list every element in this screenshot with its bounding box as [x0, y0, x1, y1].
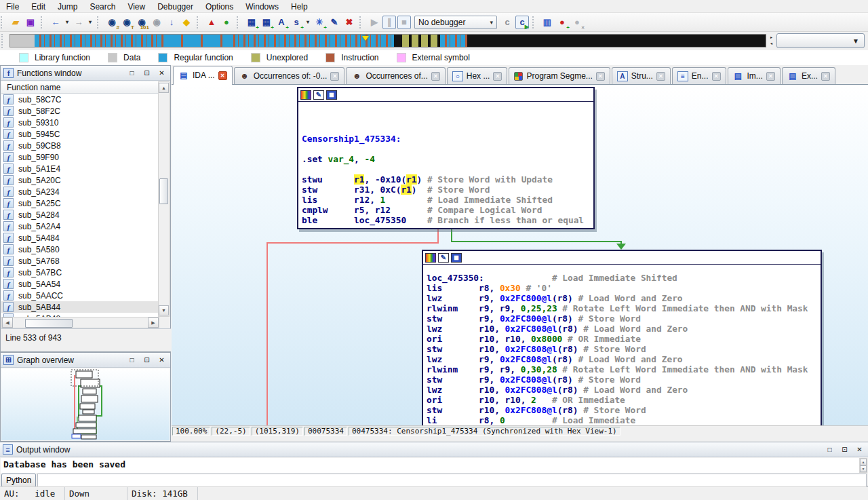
- navband-segment-black[interactable]: [394, 35, 402, 47]
- toolbar-grip[interactable]: [532, 16, 536, 28]
- function-row-sub_5AA54[interactable]: fsub_5AA54: [1, 278, 159, 290]
- edit-icon[interactable]: ✎: [328, 16, 341, 29]
- navband-zoom-arrows[interactable]: ▸◂: [768, 35, 774, 48]
- graph-overview-minimap[interactable]: [1, 368, 170, 440]
- menu-debugger[interactable]: Debugger: [151, 1, 199, 12]
- palette-icon[interactable]: [300, 90, 311, 100]
- breakpoint-add-icon[interactable]: ●+: [555, 16, 569, 29]
- float-button[interactable]: ⊡: [839, 444, 850, 455]
- functions-vertical-scrollbar[interactable]: ▲ ▼: [158, 81, 170, 317]
- function-row-sub_59F90[interactable]: fsub_59F90: [1, 151, 159, 163]
- debug-pause-icon[interactable]: ∥: [382, 16, 396, 29]
- edit-node-icon[interactable]: ✎: [438, 253, 449, 263]
- make-struct-icon[interactable]: ✳+: [313, 16, 326, 29]
- forward-dropdown-icon[interactable]: ▾: [87, 16, 94, 29]
- scroll-up-icon[interactable]: ▲: [159, 83, 169, 93]
- close-icon[interactable]: ✕: [854, 444, 865, 455]
- basic-block-censorship1[interactable]: ✎ ▦ Censorship1_475334:.set var_4, -4stw…: [297, 87, 595, 229]
- function-row-sub_5A2A4[interactable]: fsub_5A2A4: [1, 220, 159, 232]
- navband-segment-unexplored[interactable]: [402, 35, 440, 47]
- search-hex-icon[interactable]: ◉#: [105, 16, 119, 29]
- breakpoint-delete-icon[interactable]: ●×: [570, 16, 584, 29]
- function-row-sub_5A7BC[interactable]: fsub_5A7BC: [1, 267, 159, 278]
- toolbar-grip[interactable]: [237, 16, 240, 28]
- toolbar-grip[interactable]: [359, 16, 363, 28]
- make-data-icon[interactable]: ▦+: [260, 16, 273, 29]
- navband-segment-func-stripes[interactable]: [35, 35, 163, 47]
- tab-im[interactable]: ▤Im...✕: [728, 67, 781, 84]
- function-row-sub_5A25C[interactable]: fsub_5A25C: [1, 197, 159, 209]
- make-code-icon[interactable]: ▦+: [245, 16, 258, 29]
- functions-horizontal-scrollbar[interactable]: ◀ ▶: [1, 317, 159, 328]
- menu-view[interactable]: View: [121, 1, 151, 12]
- forward-icon[interactable]: →: [72, 16, 85, 29]
- navband-segment-func-stripes[interactable]: [440, 35, 467, 47]
- scrollbar-thumb[interactable]: [159, 178, 168, 204]
- function-row-sub_58F2C[interactable]: fsub_58F2C: [1, 105, 159, 117]
- navigation-band[interactable]: [9, 34, 766, 47]
- tab-occurrences-of-0[interactable]: ☻Occurrences of: -0...✕: [234, 67, 345, 84]
- navband-range-select[interactable]: ▼: [776, 33, 865, 48]
- make-string-icon[interactable]: s+: [290, 16, 303, 29]
- scroll-up-icon[interactable]: ▲: [860, 459, 867, 465]
- tab-program-segme[interactable]: Program Segme...✕: [509, 67, 610, 84]
- save-icon[interactable]: ▣: [24, 16, 37, 29]
- maximize-button[interactable]: □: [126, 68, 138, 78]
- close-icon[interactable]: ✕: [218, 71, 227, 80]
- back-icon[interactable]: ←: [49, 16, 62, 29]
- output-scrollbar[interactable]: ▲ ▼: [859, 458, 867, 473]
- make-name-icon[interactable]: A+: [275, 16, 288, 29]
- ida-graph-view[interactable]: ✎ ▦ Censorship1_475334:.set var_4, -4stw…: [172, 85, 868, 425]
- toolbar-grip[interactable]: [41, 16, 44, 28]
- function-row-sub_5AACC[interactable]: fsub_5AACC: [1, 290, 159, 301]
- toolbar-grip[interactable]: [97, 16, 100, 28]
- problems-icon[interactable]: ▲: [205, 16, 218, 29]
- search-text-icon[interactable]: ◉T: [120, 16, 134, 29]
- function-row-sub_5A234[interactable]: fsub_5A234: [1, 186, 159, 197]
- close-icon[interactable]: ✕: [330, 72, 339, 81]
- highlight-icon[interactable]: ◆: [180, 16, 193, 29]
- toolbar-grip[interactable]: [1, 16, 4, 28]
- function-row-sub_58C7C[interactable]: fsub_58C7C: [1, 94, 159, 105]
- navband-segment-func-stripes[interactable]: [229, 35, 394, 47]
- function-row-sub_5A768[interactable]: fsub_5A768: [1, 255, 159, 267]
- scrollbar-thumb[interactable]: [25, 319, 73, 328]
- output-log[interactable]: Database has been saved: [1, 458, 859, 473]
- debugger-select[interactable]: No debugger▾: [414, 16, 497, 29]
- jump-address-icon[interactable]: ↓: [165, 16, 178, 29]
- debug-start-icon[interactable]: ▶: [368, 16, 381, 29]
- scroll-down-icon[interactable]: ▼: [860, 465, 867, 472]
- navband-segment-data[interactable]: [10, 35, 35, 47]
- menu-search[interactable]: Search: [83, 1, 121, 12]
- group-node-icon[interactable]: ▦: [326, 90, 337, 100]
- scroll-down-icon[interactable]: ▼: [159, 305, 169, 315]
- tab-ex[interactable]: ▤Ex...✕: [782, 67, 835, 84]
- function-row-sub_5A284[interactable]: fsub_5A284: [1, 209, 159, 220]
- close-icon[interactable]: ✕: [493, 72, 502, 81]
- tab-stru[interactable]: AStru...✕: [612, 67, 671, 84]
- scroll-left-icon[interactable]: ◀: [2, 318, 13, 328]
- tab-ida[interactable]: ▤IDA ...✕: [173, 66, 233, 85]
- string-dropdown-icon[interactable]: ▾: [304, 16, 311, 29]
- scroll-right-icon[interactable]: ▶: [148, 318, 159, 328]
- undefine-icon[interactable]: ✖: [342, 16, 356, 29]
- function-row-sub_5AB44[interactable]: fsub_5AB44: [1, 301, 159, 313]
- attach-process-icon[interactable]: c: [500, 16, 514, 29]
- continue-process-icon[interactable]: c▶: [515, 16, 529, 29]
- close-icon[interactable]: ✕: [156, 68, 167, 78]
- function-row-sub_5A1E4[interactable]: fsub_5A1E4: [1, 163, 159, 174]
- python-button[interactable]: Python: [1, 474, 36, 487]
- menu-jump[interactable]: Jump: [52, 1, 83, 12]
- float-button[interactable]: ⊡: [141, 355, 153, 365]
- group-node-icon[interactable]: ▦: [451, 253, 462, 263]
- back-dropdown-icon[interactable]: ▾: [64, 16, 71, 29]
- open-file-icon[interactable]: ▰: [9, 16, 22, 29]
- edit-node-icon[interactable]: ✎: [313, 90, 324, 100]
- menu-options[interactable]: Options: [199, 1, 239, 12]
- menu-file[interactable]: File: [0, 1, 25, 12]
- analysis-indicator-icon[interactable]: ●: [220, 16, 233, 29]
- debugger-windows-icon[interactable]: ▥: [540, 16, 554, 29]
- close-icon[interactable]: ✕: [596, 72, 605, 81]
- menu-help[interactable]: Help: [285, 1, 314, 12]
- close-icon[interactable]: ✕: [431, 72, 440, 81]
